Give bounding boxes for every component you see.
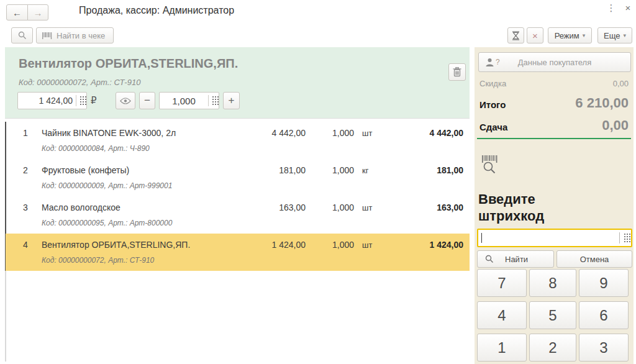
scrollbar-track[interactable]	[5, 271, 6, 362]
search-button[interactable]	[11, 27, 33, 43]
receipt-row-2[interactable]: 2 Фруктовые (конфеты) 181,00 1,000 кг 18…	[6, 159, 470, 196]
row-code: Код: 00000000009, Арт.: Арт-999001	[42, 181, 172, 190]
nav-group: ← →	[6, 4, 48, 20]
row-number: 3	[18, 202, 33, 212]
view-button[interactable]	[116, 92, 135, 109]
quantity-minus-button[interactable]: −	[139, 92, 155, 109]
row-code: Код: 00000000084, Арт.: Ч-890	[42, 144, 150, 153]
row-number: 4	[18, 240, 33, 250]
total-label: Итого	[479, 99, 506, 110]
current-product-panel: Вентилятор ОРБИТА,STERLING,ЯП. Код: 0000…	[5, 47, 470, 118]
barcode-search-icon	[481, 154, 501, 176]
discount-value: 0,00	[613, 79, 629, 88]
person-icon: ?	[485, 58, 500, 67]
receipt-row-4-selected[interactable]: 4 Вентилятор ОРБИТА,STERLING,ЯП. 1 424,0…	[6, 234, 470, 271]
input-divider	[619, 232, 620, 243]
trash-icon	[453, 67, 461, 77]
discount-label: Скидка	[479, 79, 506, 88]
row-price: 1 424,00	[217, 240, 306, 250]
row-quantity: 1,000	[311, 165, 354, 175]
row-total: 1 424,00	[372, 240, 463, 250]
row-number: 1	[18, 128, 33, 138]
row-product-name: Масло вологодское	[42, 202, 120, 212]
search-icon	[485, 255, 494, 263]
currency-symbol: ₽	[91, 95, 97, 106]
find-in-receipt-button[interactable]: Найти в чеке	[36, 27, 114, 43]
eye-icon	[120, 98, 131, 104]
search-icon	[18, 31, 27, 40]
input-divider	[76, 95, 76, 106]
green-divider	[477, 138, 631, 139]
numpad-key-8[interactable]: 8	[529, 269, 576, 297]
numpad-key-5[interactable]: 5	[529, 301, 576, 329]
numpad-key-1[interactable]: 1	[477, 334, 527, 362]
row-unit: шт	[362, 129, 372, 138]
keypad-icon[interactable]	[624, 234, 625, 235]
change-label: Сдача	[479, 122, 507, 132]
find-label: Найти	[505, 255, 528, 264]
plus-icon: +	[229, 94, 235, 107]
receipt-row-1[interactable]: 1 Чайник BINATONE EWK-3000, 2л 4 442,00 …	[6, 122, 470, 159]
window-close-icon[interactable]: ×	[622, 2, 634, 15]
delete-row-button[interactable]	[448, 63, 466, 81]
cancel-x-icon: ×	[532, 30, 538, 41]
change-value: 0,00	[602, 117, 629, 134]
more-menu-button[interactable]: Еще ▾	[597, 27, 632, 43]
row-product-name: Фруктовые (конфеты)	[42, 165, 129, 175]
text-caret	[481, 233, 482, 243]
forward-button[interactable]: →	[27, 4, 48, 20]
back-button[interactable]: ←	[6, 4, 28, 20]
numpad-key-9[interactable]: 9	[579, 269, 629, 297]
side-panel: ? Данные покупателя Скидка 0,00 Итого 6 …	[475, 47, 634, 364]
mode-label: Режим	[555, 31, 579, 40]
mode-menu-button[interactable]: Режим ▾	[548, 27, 592, 43]
row-price: 181,00	[217, 165, 306, 175]
cancel-button[interactable]: Отмена	[556, 250, 632, 268]
kebab-menu-icon[interactable]: ⋮	[606, 2, 617, 15]
row-price: 163,00	[217, 202, 306, 212]
row-number: 2	[18, 165, 33, 175]
quantity-input[interactable]: 1,000	[159, 92, 219, 109]
customer-data-button[interactable]: ? Данные покупателя	[478, 52, 631, 72]
panel-divider	[5, 118, 470, 119]
minus-icon: −	[144, 94, 150, 107]
more-label: Еще	[604, 31, 620, 40]
keypad-icon[interactable]	[80, 96, 81, 98]
product-code: Код: 00000000072, Арт.: СТ-910	[19, 78, 140, 87]
numpad-key-3[interactable]: 3	[579, 334, 629, 362]
question-mark: ?	[496, 58, 500, 66]
find-button[interactable]: Найти	[477, 250, 554, 268]
receipt-row-3[interactable]: 3 Масло вологодское 163,00 1,000 шт 163,…	[6, 196, 470, 234]
numpad-key-4[interactable]: 4	[477, 301, 527, 329]
quantity-value: 1,000	[160, 96, 208, 106]
cancel-receipt-button[interactable]: ×	[527, 27, 543, 43]
keypad-icon[interactable]	[212, 96, 214, 98]
price-value: 1 424,00	[18, 96, 76, 106]
postpone-button[interactable]	[507, 27, 524, 43]
row-product-name: Вентилятор ОРБИТА,STERLING,ЯП.	[42, 240, 190, 250]
numpad-key-7[interactable]: 7	[477, 269, 527, 297]
row-total: 163,00	[372, 202, 463, 212]
pos-window: ← → Продажа, кассир: Администратор ⋮ × Н…	[0, 0, 636, 364]
price-input[interactable]: 1 424,00	[17, 92, 87, 109]
row-product-name: Чайник BINATONE EWK-3000, 2л	[42, 128, 176, 138]
barcode-prompt: Введите штрихкод	[478, 191, 578, 224]
input-divider	[208, 95, 209, 106]
row-total: 181,00	[372, 165, 463, 175]
barcode-input[interactable]	[477, 229, 632, 247]
row-unit: кг	[362, 166, 368, 175]
product-name: Вентилятор ОРБИТА,STERLING,ЯП.	[19, 57, 238, 71]
hourglass-icon	[512, 31, 520, 40]
numpad-key-2[interactable]: 2	[529, 334, 576, 362]
chevron-down-icon: ▾	[623, 32, 626, 39]
numpad-key-6[interactable]: 6	[579, 301, 629, 329]
row-code: Код: 00000000095, Арт.: Арт-800000	[42, 219, 172, 227]
cancel-label: Отмена	[580, 255, 609, 264]
quantity-plus-button[interactable]: +	[223, 92, 240, 109]
numpad: 7 8 9 4 5 6 1 2 3	[477, 269, 629, 362]
row-code: Код: 00000000072, Арт.: СТ-910	[42, 256, 154, 265]
page-title: Продажа, кассир: Администратор	[79, 5, 234, 16]
back-arrow-icon: ←	[12, 7, 22, 18]
barcode-icon	[42, 32, 52, 39]
row-unit: шт	[362, 203, 372, 212]
